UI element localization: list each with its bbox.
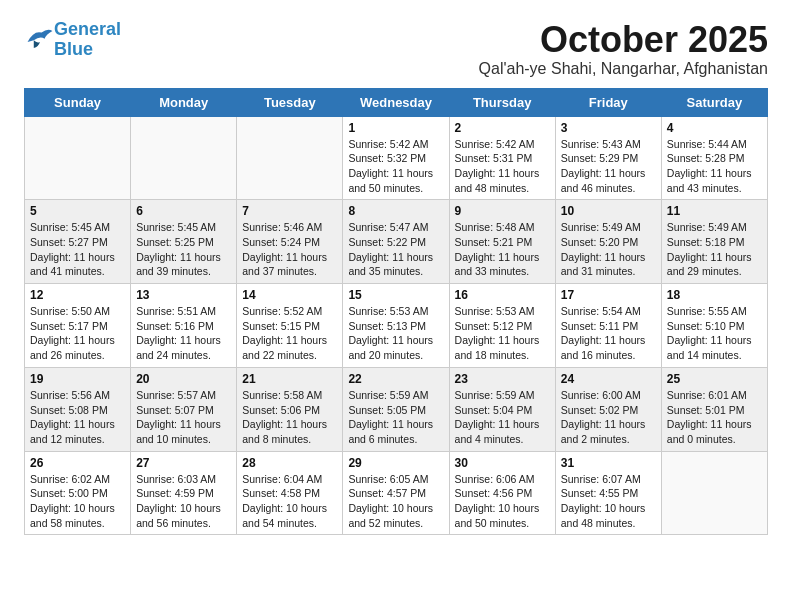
calendar-cell: 5Sunrise: 5:45 AM Sunset: 5:27 PM Daylig…: [25, 200, 131, 284]
day-number: 8: [348, 204, 443, 218]
title-block: October 2025 Qal'ah-ye Shahi, Nangarhar,…: [479, 20, 768, 78]
day-info: Sunrise: 5:47 AM Sunset: 5:22 PM Dayligh…: [348, 220, 443, 279]
day-number: 3: [561, 121, 656, 135]
day-info: Sunrise: 5:58 AM Sunset: 5:06 PM Dayligh…: [242, 388, 337, 447]
day-number: 2: [455, 121, 550, 135]
day-info: Sunrise: 6:06 AM Sunset: 4:56 PM Dayligh…: [455, 472, 550, 531]
calendar-cell: 19Sunrise: 5:56 AM Sunset: 5:08 PM Dayli…: [25, 367, 131, 451]
day-info: Sunrise: 5:52 AM Sunset: 5:15 PM Dayligh…: [242, 304, 337, 363]
day-info: Sunrise: 5:46 AM Sunset: 5:24 PM Dayligh…: [242, 220, 337, 279]
calendar-cell: 31Sunrise: 6:07 AM Sunset: 4:55 PM Dayli…: [555, 451, 661, 535]
calendar-week-5: 26Sunrise: 6:02 AM Sunset: 5:00 PM Dayli…: [25, 451, 768, 535]
calendar-cell: 24Sunrise: 6:00 AM Sunset: 5:02 PM Dayli…: [555, 367, 661, 451]
calendar-cell: 16Sunrise: 5:53 AM Sunset: 5:12 PM Dayli…: [449, 284, 555, 368]
day-number: 19: [30, 372, 125, 386]
calendar-cell: 15Sunrise: 5:53 AM Sunset: 5:13 PM Dayli…: [343, 284, 449, 368]
calendar-cell: 18Sunrise: 5:55 AM Sunset: 5:10 PM Dayli…: [661, 284, 767, 368]
calendar-cell: 12Sunrise: 5:50 AM Sunset: 5:17 PM Dayli…: [25, 284, 131, 368]
calendar-cell: 13Sunrise: 5:51 AM Sunset: 5:16 PM Dayli…: [131, 284, 237, 368]
calendar-week-1: 1Sunrise: 5:42 AM Sunset: 5:32 PM Daylig…: [25, 116, 768, 200]
day-info: Sunrise: 5:48 AM Sunset: 5:21 PM Dayligh…: [455, 220, 550, 279]
calendar-cell: 21Sunrise: 5:58 AM Sunset: 5:06 PM Dayli…: [237, 367, 343, 451]
calendar-cell: 28Sunrise: 6:04 AM Sunset: 4:58 PM Dayli…: [237, 451, 343, 535]
calendar-cell: 7Sunrise: 5:46 AM Sunset: 5:24 PM Daylig…: [237, 200, 343, 284]
day-info: Sunrise: 5:49 AM Sunset: 5:20 PM Dayligh…: [561, 220, 656, 279]
day-number: 20: [136, 372, 231, 386]
day-info: Sunrise: 5:53 AM Sunset: 5:13 PM Dayligh…: [348, 304, 443, 363]
day-number: 17: [561, 288, 656, 302]
calendar-week-3: 12Sunrise: 5:50 AM Sunset: 5:17 PM Dayli…: [25, 284, 768, 368]
day-number: 24: [561, 372, 656, 386]
day-number: 12: [30, 288, 125, 302]
day-info: Sunrise: 6:03 AM Sunset: 4:59 PM Dayligh…: [136, 472, 231, 531]
day-number: 4: [667, 121, 762, 135]
day-info: Sunrise: 6:05 AM Sunset: 4:57 PM Dayligh…: [348, 472, 443, 531]
header: General Blue October 2025 Qal'ah-ye Shah…: [24, 20, 768, 78]
weekday-header-tuesday: Tuesday: [237, 88, 343, 116]
calendar-cell: [131, 116, 237, 200]
day-info: Sunrise: 5:57 AM Sunset: 5:07 PM Dayligh…: [136, 388, 231, 447]
calendar-cell: 14Sunrise: 5:52 AM Sunset: 5:15 PM Dayli…: [237, 284, 343, 368]
day-info: Sunrise: 5:53 AM Sunset: 5:12 PM Dayligh…: [455, 304, 550, 363]
day-info: Sunrise: 5:55 AM Sunset: 5:10 PM Dayligh…: [667, 304, 762, 363]
day-number: 22: [348, 372, 443, 386]
day-number: 9: [455, 204, 550, 218]
weekday-header-thursday: Thursday: [449, 88, 555, 116]
day-number: 1: [348, 121, 443, 135]
weekday-header-sunday: Sunday: [25, 88, 131, 116]
day-number: 16: [455, 288, 550, 302]
calendar-cell: 22Sunrise: 5:59 AM Sunset: 5:05 PM Dayli…: [343, 367, 449, 451]
calendar-cell: [25, 116, 131, 200]
calendar-cell: [237, 116, 343, 200]
day-info: Sunrise: 6:02 AM Sunset: 5:00 PM Dayligh…: [30, 472, 125, 531]
day-number: 6: [136, 204, 231, 218]
day-info: Sunrise: 5:42 AM Sunset: 5:32 PM Dayligh…: [348, 137, 443, 196]
day-number: 18: [667, 288, 762, 302]
day-number: 31: [561, 456, 656, 470]
calendar-cell: 1Sunrise: 5:42 AM Sunset: 5:32 PM Daylig…: [343, 116, 449, 200]
day-number: 13: [136, 288, 231, 302]
day-number: 29: [348, 456, 443, 470]
calendar-week-2: 5Sunrise: 5:45 AM Sunset: 5:27 PM Daylig…: [25, 200, 768, 284]
day-info: Sunrise: 5:42 AM Sunset: 5:31 PM Dayligh…: [455, 137, 550, 196]
calendar-cell: 11Sunrise: 5:49 AM Sunset: 5:18 PM Dayli…: [661, 200, 767, 284]
calendar-cell: 3Sunrise: 5:43 AM Sunset: 5:29 PM Daylig…: [555, 116, 661, 200]
day-info: Sunrise: 5:54 AM Sunset: 5:11 PM Dayligh…: [561, 304, 656, 363]
day-info: Sunrise: 5:59 AM Sunset: 5:05 PM Dayligh…: [348, 388, 443, 447]
day-info: Sunrise: 5:44 AM Sunset: 5:28 PM Dayligh…: [667, 137, 762, 196]
day-info: Sunrise: 5:59 AM Sunset: 5:04 PM Dayligh…: [455, 388, 550, 447]
day-number: 21: [242, 372, 337, 386]
day-number: 14: [242, 288, 337, 302]
calendar-cell: 4Sunrise: 5:44 AM Sunset: 5:28 PM Daylig…: [661, 116, 767, 200]
day-info: Sunrise: 5:51 AM Sunset: 5:16 PM Dayligh…: [136, 304, 231, 363]
day-info: Sunrise: 5:43 AM Sunset: 5:29 PM Dayligh…: [561, 137, 656, 196]
logo-text: General Blue: [54, 20, 121, 60]
day-number: 5: [30, 204, 125, 218]
logo: General Blue: [24, 20, 121, 60]
day-number: 23: [455, 372, 550, 386]
weekday-header-monday: Monday: [131, 88, 237, 116]
day-info: Sunrise: 5:56 AM Sunset: 5:08 PM Dayligh…: [30, 388, 125, 447]
logo-general: General: [54, 19, 121, 39]
day-info: Sunrise: 6:00 AM Sunset: 5:02 PM Dayligh…: [561, 388, 656, 447]
calendar-cell: 2Sunrise: 5:42 AM Sunset: 5:31 PM Daylig…: [449, 116, 555, 200]
calendar-cell: 8Sunrise: 5:47 AM Sunset: 5:22 PM Daylig…: [343, 200, 449, 284]
day-number: 30: [455, 456, 550, 470]
weekday-header-wednesday: Wednesday: [343, 88, 449, 116]
weekday-header-row: SundayMondayTuesdayWednesdayThursdayFrid…: [25, 88, 768, 116]
weekday-header-friday: Friday: [555, 88, 661, 116]
calendar-cell: 23Sunrise: 5:59 AM Sunset: 5:04 PM Dayli…: [449, 367, 555, 451]
calendar-week-4: 19Sunrise: 5:56 AM Sunset: 5:08 PM Dayli…: [25, 367, 768, 451]
location-title: Qal'ah-ye Shahi, Nangarhar, Afghanistan: [479, 60, 768, 78]
weekday-header-saturday: Saturday: [661, 88, 767, 116]
day-info: Sunrise: 5:45 AM Sunset: 5:25 PM Dayligh…: [136, 220, 231, 279]
logo-blue: Blue: [54, 39, 93, 59]
day-info: Sunrise: 5:50 AM Sunset: 5:17 PM Dayligh…: [30, 304, 125, 363]
calendar-cell: 30Sunrise: 6:06 AM Sunset: 4:56 PM Dayli…: [449, 451, 555, 535]
calendar-cell: 20Sunrise: 5:57 AM Sunset: 5:07 PM Dayli…: [131, 367, 237, 451]
day-info: Sunrise: 6:07 AM Sunset: 4:55 PM Dayligh…: [561, 472, 656, 531]
day-info: Sunrise: 6:01 AM Sunset: 5:01 PM Dayligh…: [667, 388, 762, 447]
month-title: October 2025: [479, 20, 768, 60]
day-number: 28: [242, 456, 337, 470]
calendar-cell: 6Sunrise: 5:45 AM Sunset: 5:25 PM Daylig…: [131, 200, 237, 284]
